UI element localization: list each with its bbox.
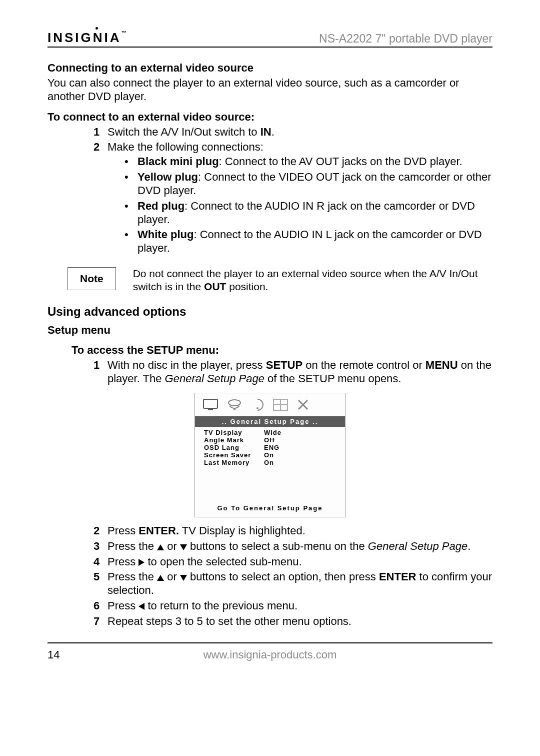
brand-text: INSIGNIA: [48, 30, 122, 45]
bullet-white-plug: White plug: Connect to the AUDIO IN L ja…: [124, 228, 492, 255]
steps-connect-heading: To connect to an external video source:: [48, 111, 492, 124]
setup-icon-row: [195, 393, 345, 416]
dolby-icon: [251, 398, 264, 411]
svg-rect-1: [208, 409, 213, 410]
bullet-red-plug: Red plug: Connect to the AUDIO IN R jack…: [124, 200, 492, 227]
step-access-1: 1 With no disc in the player, press SETU…: [94, 359, 492, 386]
section-connecting-para: You can also connect the player to an ex…: [48, 77, 492, 104]
step-access-2: 2 Press ENTER. TV Display is highlighted…: [94, 524, 492, 538]
monitor-icon: [203, 399, 218, 411]
svg-point-4: [256, 407, 258, 409]
footer-url: www.insignia-products.com: [204, 648, 337, 661]
bullet-black-plug: Black mini plug: Connect to the AV OUT j…: [124, 155, 492, 169]
up-arrow-icon: [157, 544, 164, 550]
page-header: INSIGNIA™ NS-A2202 7" portable DVD playe…: [48, 30, 492, 48]
step-2: 2 Make the following connections: Black …: [94, 141, 492, 255]
up-arrow-icon: [157, 575, 164, 581]
setup-row-tv-display: TV DisplayWide: [204, 429, 336, 436]
step-access-5: 5 Press the or buttons to select an opti…: [94, 570, 492, 597]
step-access-6: 6 Press to return to the previous menu.: [94, 599, 492, 613]
step-access-4: 4 Press to open the selected sub-menu.: [94, 555, 492, 569]
note-text: Do not connect the player to an external…: [133, 267, 492, 293]
setup-menu-screenshot: .. General Setup Page .. TV DisplayWide …: [194, 393, 346, 517]
speaker-icon: [227, 399, 242, 411]
setup-row-last-memory: Last MemoryOn: [204, 459, 336, 466]
svg-rect-0: [204, 399, 218, 408]
setup-footer: Go To General Setup Page: [195, 501, 345, 517]
brand-logo: INSIGNIA™: [48, 30, 126, 46]
section-connecting-heading: Connecting to an external video source: [48, 62, 492, 75]
setup-row-osd-lang: OSD LangENG: [204, 444, 336, 451]
page-number: 14: [48, 648, 60, 661]
subsection-setup-heading: Setup menu: [48, 324, 492, 337]
setup-row-screen-saver: Screen SaverOn: [204, 451, 336, 459]
model-label: NS-A2202 7" portable DVD player: [319, 32, 492, 46]
note-label: Note: [68, 267, 116, 290]
close-icon: [297, 399, 309, 411]
steps-access-heading: To access the SETUP menu:: [72, 344, 492, 357]
grid-icon: [273, 399, 288, 411]
down-arrow-icon: [180, 575, 187, 581]
section-advanced-heading: Using advanced options: [48, 305, 492, 319]
step-access-3: 3 Press the or buttons to select a sub-m…: [94, 540, 492, 553]
setup-rows: TV DisplayWide Angle MarkOff OSD LangENG…: [195, 427, 345, 501]
svg-point-2: [228, 400, 240, 406]
setup-row-angle-mark: Angle MarkOff: [204, 436, 336, 444]
page-footer: 14 www.insignia-products.com: [48, 642, 492, 661]
step-access-7: 7 Repeat steps 3 to 5 to set the other m…: [94, 615, 492, 628]
bullet-yellow-plug: Yellow plug: Connect to the VIDEO OUT ja…: [124, 171, 492, 198]
down-arrow-icon: [180, 544, 187, 550]
svg-point-3: [234, 408, 236, 410]
left-arrow-icon: [138, 603, 144, 610]
trademark: ™: [122, 30, 126, 36]
right-arrow-icon: [138, 559, 144, 566]
step-1: 1 Switch the A/V In/Out switch to IN.: [94, 126, 492, 139]
setup-title-bar: .. General Setup Page ..: [195, 416, 345, 427]
